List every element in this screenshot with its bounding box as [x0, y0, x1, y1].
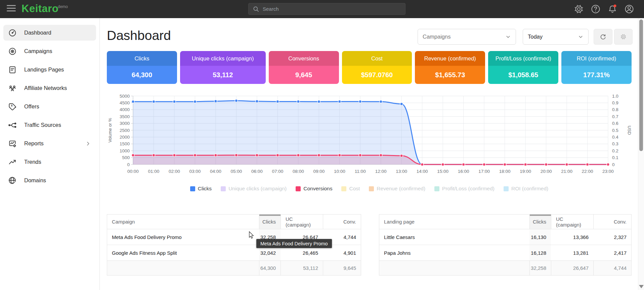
sidebar-item-campaigns[interactable]: Campaigns — [3, 43, 96, 59]
stat-card-value: $597.0760 — [342, 66, 412, 84]
refresh-button[interactable] — [594, 29, 612, 45]
svg-text:09:00: 09:00 — [313, 169, 325, 174]
column-header[interactable]: Conv. — [593, 214, 631, 229]
svg-text:18:00: 18:00 — [499, 169, 511, 174]
stat-card-label: Conversions — [269, 51, 339, 66]
legend-label: Cost — [349, 186, 360, 192]
svg-text:5000: 5000 — [120, 94, 130, 99]
dashboard-chart: 0500100015002000250030003500400045005000… — [107, 93, 632, 180]
svg-text:0: 0 — [612, 162, 615, 167]
legend-item-clicks[interactable]: Clicks — [190, 186, 212, 192]
notifications-icon[interactable] — [607, 3, 618, 15]
campaigns-icon — [8, 47, 17, 56]
svg-text:10:00: 10:00 — [334, 169, 345, 174]
legend-item-conversions[interactable]: Conversions — [296, 186, 332, 192]
stat-card-profit-loss-confirmed-: Profit/Loss (confirmed) $1,058.65 — [488, 51, 558, 84]
table-cell: 13,366 — [551, 229, 593, 245]
stat-cards-row: Clicks 64,300Unique clicks (campaign) 53… — [107, 51, 632, 84]
legend-item-unique-clicks-campaign-[interactable]: Unique clicks (campaign) — [221, 186, 287, 192]
sidebar-item-reports[interactable]: Reports — [3, 136, 96, 151]
grouping-select[interactable]: Campaigns — [418, 29, 516, 45]
svg-text:Volume or %: Volume or % — [108, 118, 113, 143]
legend-label: Conversions — [303, 186, 332, 192]
legend-item-revenue-confirmed-[interactable]: Revenue (confirmed) — [369, 186, 425, 192]
stat-card-label: Profit/Loss (confirmed) — [488, 51, 558, 66]
date-range-select[interactable]: Today — [523, 29, 589, 45]
column-header[interactable]: Campaign — [107, 214, 259, 229]
offers-icon: $ — [8, 102, 17, 111]
search-input[interactable] — [263, 6, 405, 12]
global-search[interactable] — [248, 3, 405, 15]
scroll-down-arrow-icon[interactable] — [639, 285, 644, 288]
stat-card-value: 177.31% — [561, 66, 632, 84]
chevron-down-icon — [505, 34, 511, 40]
page-title: Dashboard — [107, 28, 171, 43]
help-icon[interactable] — [590, 3, 601, 15]
stat-card-conversions: Conversions 9,645 — [269, 51, 339, 84]
table-row: Papa Johns16,12813,2812,417 — [379, 245, 631, 260]
table-cell: 4,744 — [593, 261, 631, 275]
mouse-cursor — [249, 231, 256, 239]
svg-text:0.8: 0.8 — [612, 107, 618, 112]
sidebar-item-dashboard[interactable]: Dashboard — [3, 25, 96, 41]
table-cell: 13,281 — [551, 245, 593, 260]
menu-toggle-icon[interactable] — [7, 5, 16, 13]
row-tooltip: Meta Ads Food Delivery Promo — [256, 239, 332, 248]
legend-item-roi-confirmed-[interactable]: ROI (confirmed) — [504, 186, 548, 192]
stat-card-label: Revenue (confirmed) — [415, 51, 485, 66]
svg-text:23:00: 23:00 — [602, 169, 614, 174]
page-scrollbar[interactable] — [638, 18, 644, 290]
table-cell: 16,130 — [529, 229, 551, 245]
scrollbar-thumb[interactable] — [639, 19, 643, 151]
svg-text:02:00: 02:00 — [169, 169, 180, 174]
grouping-select-value: Campaigns — [423, 34, 450, 40]
legend-item-cost[interactable]: Cost — [341, 186, 360, 192]
column-header[interactable]: UC (campaign) — [281, 214, 323, 229]
sidebar-item-label: Traffic Sources — [24, 122, 61, 128]
sidebar-item-label: Domains — [24, 177, 46, 184]
svg-text:1500: 1500 — [120, 141, 130, 146]
svg-text:1.0: 1.0 — [612, 94, 618, 99]
table-cell: Meta Ads Food Delivery Promo — [107, 229, 259, 245]
svg-text:05:00: 05:00 — [230, 169, 242, 174]
svg-text:13:00: 13:00 — [396, 169, 407, 174]
stat-card-cost: Cost $597.0760 — [342, 51, 412, 84]
legend-label: Revenue (confirmed) — [377, 186, 425, 192]
column-header[interactable]: Clicks — [529, 214, 551, 229]
settings-icon[interactable] — [573, 3, 585, 15]
column-header[interactable]: UC (campaign) — [551, 214, 593, 229]
sidebar-item-landings-pages[interactable]: Landings Pages — [3, 62, 96, 78]
sidebar-item-affiliate-networks[interactable]: Affiliate Networks — [3, 80, 96, 96]
sidebar-item-offers[interactable]: $ Offers — [3, 99, 96, 114]
affiliate-networks-icon — [8, 84, 17, 93]
chevron-down-icon — [578, 34, 584, 40]
column-header[interactable]: Clicks — [259, 214, 281, 229]
sidebar-item-trends[interactable]: Trends — [3, 154, 96, 170]
column-header[interactable]: Landing page — [379, 214, 529, 229]
sidebar-item-domains[interactable]: Domains — [3, 173, 96, 188]
svg-text:500: 500 — [122, 155, 130, 160]
svg-text:1000: 1000 — [120, 148, 130, 153]
stat-card-label: ROI (confirmed) — [561, 51, 632, 66]
svg-text:0.3: 0.3 — [612, 141, 618, 146]
domains-icon — [8, 176, 17, 185]
stat-card-value: 9,645 — [269, 66, 339, 84]
sidebar-item-label: Reports — [24, 140, 44, 147]
account-icon[interactable] — [624, 3, 635, 15]
legend-item-profit-loss-confirmed-[interactable]: Profit/Loss (confirmed) — [434, 186, 495, 192]
sidebar-item-label: Landings Pages — [24, 66, 64, 73]
chevron-right-icon — [85, 141, 91, 146]
column-header[interactable]: Conv. — [323, 214, 361, 229]
svg-text:01:00: 01:00 — [148, 169, 160, 174]
top-bar: Keitaro demo — [0, 0, 644, 18]
stat-card-value: $1,655.73 — [415, 66, 485, 84]
stat-card-label: Cost — [342, 51, 412, 66]
table-cell: 53,112 — [281, 261, 323, 275]
sidebar-item-traffic-sources[interactable]: Traffic Sources — [3, 117, 96, 133]
chart-settings-button[interactable] — [614, 29, 633, 45]
svg-text:0.4: 0.4 — [612, 135, 618, 140]
app-logo: Keitaro — [22, 3, 58, 15]
landing-pages-table: Landing pageClicksUC (campaign)Conv.Litt… — [379, 214, 632, 276]
svg-text:03:00: 03:00 — [189, 169, 201, 174]
table-cell — [379, 261, 529, 275]
